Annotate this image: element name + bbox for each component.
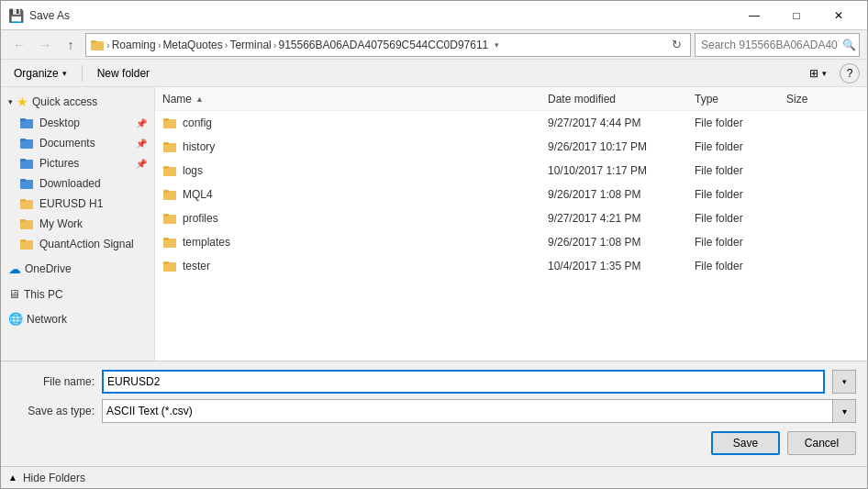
quick-access-header[interactable]: ▾ ★ Quick access	[1, 91, 154, 113]
thispc-label: This PC	[24, 288, 63, 301]
file-row-mql4[interactable]: MQL4 9/26/2017 1:08 PM File folder	[155, 183, 867, 206]
sidebar-item-mywork[interactable]: My Work	[1, 214, 154, 234]
file-type-tester: File folder	[695, 260, 786, 272]
refresh-button[interactable]: ↻	[666, 35, 686, 55]
save-button[interactable]: Save	[711, 431, 780, 455]
filename-dropdown-button[interactable]: ▾	[832, 370, 856, 394]
hide-folders-label[interactable]: Hide Folders	[23, 472, 85, 484]
toolbar-divider	[82, 65, 83, 82]
file-row-history[interactable]: history 9/26/2017 10:17 PM File folder	[155, 135, 867, 159]
breadcrumb-terminal[interactable]: Terminal	[229, 39, 271, 51]
sidebar-item-pictures[interactable]: Pictures 📌	[1, 153, 154, 173]
file-type-history: File folder	[695, 140, 786, 153]
search-input[interactable]	[701, 39, 839, 51]
mywork-folder-icon	[19, 217, 34, 231]
column-date[interactable]: Date modified	[548, 93, 695, 106]
view-button[interactable]: ⊞ ▾	[804, 64, 832, 83]
close-button[interactable]: ✕	[818, 1, 860, 30]
file-name-templates: templates	[162, 235, 548, 250]
breadcrumb-folder-id[interactable]: 915566BA06ADA407569C544CC0D97611	[278, 39, 488, 51]
main-content: ▾ ★ Quick access Desktop 📌 Documents 📌 P…	[1, 87, 867, 361]
maximize-button[interactable]: □	[775, 1, 818, 30]
search-icon: 🔍	[842, 39, 856, 51]
savetype-wrapper: ASCII Text (*.csv) ▾	[102, 399, 856, 423]
mql4-folder-icon	[162, 187, 177, 202]
savetype-row: Save as type: ASCII Text (*.csv) ▾	[1, 396, 867, 426]
title-bar: 💾 Save As — □ ✕	[1, 1, 867, 30]
svg-rect-17	[163, 118, 169, 121]
file-row-logs[interactable]: logs 10/10/2017 1:17 PM File folder	[155, 159, 867, 183]
file-row-config[interactable]: config 9/27/2017 4:44 PM File folder	[155, 111, 867, 135]
sidebar-item-downloaded[interactable]: Downloaded	[1, 173, 154, 194]
filename-label: File name:	[12, 375, 95, 388]
new-folder-button[interactable]: New folder	[92, 64, 155, 83]
eurusd-folder-icon	[19, 196, 34, 211]
network-item[interactable]: 🌐 Network	[1, 308, 154, 329]
svg-rect-5	[20, 139, 26, 141]
mywork-label: My Work	[39, 217, 83, 230]
search-box[interactable]: 🔍	[695, 33, 860, 57]
address-bar[interactable]: › Roaming › MetaQuotes › Terminal › 9155…	[85, 33, 691, 57]
documents-pin-icon: 📌	[136, 139, 147, 149]
thispc-icon: 🖥	[8, 287, 20, 301]
onedrive-item[interactable]: ☁ OneDrive	[1, 258, 154, 280]
forward-button[interactable]: →	[34, 34, 56, 56]
thispc-item[interactable]: 🖥 This PC	[1, 283, 154, 305]
column-size[interactable]: Size	[786, 93, 860, 106]
downloaded-folder-icon	[19, 176, 34, 191]
filename-input[interactable]	[102, 370, 825, 394]
sidebar-item-documents[interactable]: Documents 📌	[1, 133, 154, 153]
breadcrumb: › Roaming › MetaQuotes › Terminal › 9155…	[90, 38, 664, 52]
config-folder-icon	[162, 116, 177, 130]
up-button[interactable]: ↑	[60, 34, 82, 56]
sidebar-item-desktop[interactable]: Desktop 📌	[1, 113, 154, 133]
column-name[interactable]: Name ▲	[162, 93, 548, 106]
savetype-select[interactable]: ASCII Text (*.csv)	[102, 399, 856, 423]
file-list[interactable]: Name ▲ Date modified Type Size config	[155, 87, 867, 361]
filename-dropdown-icon: ▾	[842, 377, 847, 386]
svg-rect-13	[20, 219, 26, 222]
network-icon: 🌐	[8, 312, 23, 326]
quick-access-label: Quick access	[32, 95, 97, 108]
quantaction-label: QuantAction Signal	[39, 238, 134, 250]
file-type-profiles: File folder	[695, 212, 786, 225]
file-row-profiles[interactable]: profiles 9/27/2017 4:21 PM File folder	[155, 206, 867, 230]
svg-rect-27	[163, 238, 169, 240]
minimize-button[interactable]: —	[733, 1, 775, 30]
sidebar: ▾ ★ Quick access Desktop 📌 Documents 📌 P…	[1, 87, 155, 361]
history-folder-icon	[162, 139, 177, 154]
desktop-pin-icon: 📌	[136, 118, 147, 128]
file-name-tester: tester	[162, 259, 548, 273]
bottom-bar: File name: ▾ Save as type: ASCII Text (*…	[1, 361, 867, 466]
save-as-dialog: 💾 Save As — □ ✕ ← → ↑ › Roaming › MetaQu…	[0, 0, 868, 489]
svg-rect-1	[91, 40, 96, 43]
pictures-folder-icon	[19, 156, 34, 171]
eurusd-label: EURUSD H1	[39, 197, 103, 210]
file-name-profiles: profiles	[162, 211, 548, 226]
sidebar-item-quantaction[interactable]: QuantAction Signal	[1, 234, 154, 254]
breadcrumb-metaquotes[interactable]: MetaQuotes	[162, 39, 222, 51]
quantaction-folder-icon	[19, 237, 34, 251]
address-toolbar: ← → ↑ › Roaming › MetaQuotes › Terminal …	[1, 30, 867, 60]
svg-rect-21	[163, 166, 169, 169]
svg-rect-23	[163, 190, 169, 193]
organize-button[interactable]: Organize ▾	[8, 64, 72, 83]
cancel-button[interactable]: Cancel	[787, 431, 856, 455]
folder-icon	[90, 38, 105, 52]
sidebar-item-eurusd[interactable]: EURUSD H1	[1, 194, 154, 214]
hide-folders-chevron[interactable]: ▲	[8, 472, 17, 483]
tester-folder-icon	[162, 259, 177, 273]
breadcrumb-roaming[interactable]: Roaming	[112, 39, 156, 51]
file-row-tester[interactable]: tester 10/4/2017 1:35 PM File folder	[155, 254, 867, 278]
file-name-history: history	[162, 139, 548, 154]
breadcrumb-dropdown[interactable]: ▾	[490, 39, 503, 51]
back-button[interactable]: ←	[8, 34, 30, 56]
quick-access-icon: ★	[17, 94, 28, 109]
column-type[interactable]: Type	[695, 93, 786, 106]
help-button[interactable]: ?	[840, 63, 860, 83]
svg-rect-11	[20, 199, 26, 202]
actions-toolbar: Organize ▾ New folder ⊞ ▾ ?	[1, 60, 867, 87]
logs-folder-icon	[162, 163, 177, 178]
window-icon: 💾	[8, 8, 24, 23]
file-row-templates[interactable]: templates 9/26/2017 1:08 PM File folder	[155, 230, 867, 254]
